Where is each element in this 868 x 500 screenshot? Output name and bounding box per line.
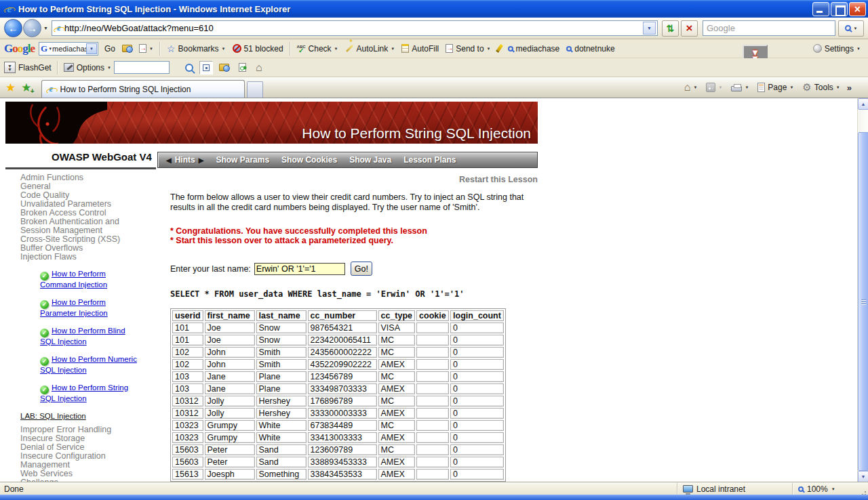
close-button[interactable]: × [849,2,866,16]
new-tab-button[interactable] [247,81,263,98]
capture-button[interactable] [199,61,213,75]
restart-lesson-link[interactable]: Restart this Lesson [170,175,538,184]
menu-item-show-params[interactable]: Show Params [216,155,269,165]
web-search-button[interactable] [182,62,197,74]
table-row: 10323GrumpyWhite33413003333AMEX0 [172,432,504,443]
sidebar-item-injection-flaws[interactable]: Injection Flaws [20,253,144,262]
tab-active[interactable]: e How to Perform String SQL Injection [41,80,245,98]
menu-item-lesson-plans[interactable]: Lesson Plans [403,155,456,165]
spellcheck-button[interactable]: ABC✓ Check ▼ [294,42,342,56]
lesson-link-how-to-perform-parameter-injection[interactable]: How to Perform Parameter Injection [40,298,108,317]
scroll-down-button[interactable]: ▼ [858,471,868,482]
overflow-chevron-icon[interactable]: » [846,83,853,93]
cell-cc-type: AMEX [378,432,416,443]
cell-first-name: John [205,347,255,358]
highlighter-button[interactable] [494,42,505,55]
caret-down-icon[interactable]: ▼ [107,66,111,70]
autofill-button[interactable]: AutoFill [398,42,442,56]
feeds-button[interactable]: ▼ [703,80,726,95]
search-go-button[interactable]: ▼ [838,20,864,37]
scrollbar-thumb[interactable] [858,132,868,471]
searchbox-dropdown-button[interactable]: ▼ [86,43,97,54]
popup-blocker-button[interactable]: 51 blocked [229,42,287,56]
cell-first-name: Joe [205,322,255,333]
lesson-link-how-to-perform-command-injection[interactable]: How to Perform Command Injection [40,270,107,289]
search-images-button[interactable]: ▼ [136,42,157,55]
hints-prev-icon[interactable]: ◀ [166,157,172,164]
menu-item-show-java[interactable]: Show Java [349,155,391,165]
scroll-up-button[interactable]: ▲ [858,98,868,110]
table-row: 15603PeterSand338893453333AMEX0 [172,457,504,467]
url-input[interactable] [64,23,643,33]
hints-control[interactable]: ◀ Hints ▶ [166,155,203,165]
lesson-item-how-to-perform-blind-sql-injection: ✓How to Perform Blind SQL Injection [30,327,140,346]
caret-down-icon: ▼ [836,85,840,89]
cell-cc-type: AMEX [378,383,416,394]
history-dropdown-icon[interactable]: ▼ [42,26,52,30]
cell-first-name: Grumpy [205,420,255,431]
sidebar-item-broken-authentication-and-session-management[interactable]: Broken Authentication and Session Manage… [20,217,144,235]
caret-down-icon: ▼ [856,47,861,51]
zoom-control[interactable]: 100% ▼ [792,483,857,495]
cell-cc-number: 176896789 [308,396,377,407]
cell-cc-number: 673834489 [308,420,377,431]
flashget-label[interactable]: FlashGet [18,63,52,72]
vertical-scrollbar[interactable]: ▲ ▼ [857,98,868,482]
lesson-link-how-to-perform-numeric-sql-injection[interactable]: How to Perform Numeric SQL Injection [40,355,137,374]
sidebar-item-insecure-configuration-management[interactable]: Insecure Configuration Management [20,452,144,470]
address-bar[interactable]: e ▼ [52,20,658,36]
options-label[interactable]: Options [77,63,104,72]
sidebar-item-lab-sql-injection[interactable]: LAB: SQL Injection [20,412,164,420]
stop-button[interactable]: × [681,20,698,37]
menu-item-hints[interactable]: Hints [175,155,195,165]
page-menu-button[interactable]: Page▼ [754,80,797,95]
cell-userid: 15603 [172,444,203,455]
flashget-home-button[interactable]: ⌂ [252,61,266,75]
autofill-notepad-icon [401,44,409,53]
lesson-link-how-to-perform-string-sql-injection[interactable]: How to Perform String SQL Injection [40,383,128,402]
cell-userid: 101 [172,322,203,333]
flashget-input[interactable] [114,61,170,74]
autolink-button[interactable]: AutoLink ▼ [342,42,399,56]
sql-query-text: SELECT * FROM user_data WHERE last_name … [170,289,538,299]
forward-button[interactable]: → [23,19,41,37]
cell-cookie [416,322,449,333]
download-page-button[interactable] [235,61,250,74]
search-site-button[interactable] [119,43,136,54]
go-submit-button[interactable]: Go! [351,262,372,276]
cell-cookie [416,371,449,382]
bookmarks-button[interactable]: ☆ Bookmarks ▼ [163,41,229,56]
caret-down-icon: ▼ [149,47,153,51]
google-search-input[interactable] [703,20,835,36]
minimize-button[interactable] [812,2,829,16]
google-searchbox[interactable]: G ▼ mediachase ▼ [39,42,98,56]
site-explorer-button[interactable] [216,62,233,73]
searchbox-value[interactable]: mediachase [52,45,86,53]
cell-last-name: White [256,420,307,431]
column-header-cookie: cookie [416,310,449,321]
cell-first-name: Joe [205,335,255,346]
table-row: 10323GrumpyWhite673834489MC0 [172,420,504,431]
dotnetnuke-button[interactable]: dotnetnuke [563,42,618,56]
completed-check-icon: ✓ [40,272,49,280]
menu-item-show-cookies[interactable]: Show Cookies [281,155,337,165]
settings-button[interactable]: Settings ▼ [810,42,864,56]
add-favorite-button[interactable]: ★ [21,81,31,95]
lesson-link-how-to-perform-blind-sql-injection[interactable]: How to Perform Blind SQL Injection [40,327,125,346]
home-button[interactable]: ⌂▼ [681,80,701,95]
tab-title: How to Perform String SQL Injection [60,85,191,94]
maximize-button[interactable] [831,2,848,16]
mediachase-button[interactable]: mediachase [505,42,564,56]
lastname-input[interactable] [254,263,345,275]
refresh-button[interactable]: ⇅ [662,20,679,37]
sendto-button[interactable]: Send to ▼ [442,42,494,56]
print-button[interactable]: ▼ [728,81,752,94]
address-dropdown-button[interactable]: ▼ [643,22,656,35]
back-button[interactable]: ← [4,19,22,37]
tools-menu-button[interactable]: ⚙Tools▼ [799,80,843,95]
hints-next-icon[interactable]: ▶ [199,157,204,164]
resize-grip[interactable] [857,483,868,495]
go-button[interactable]: Go [101,42,119,56]
favorites-center-button[interactable]: ★ [5,81,16,95]
lesson-item-how-to-perform-numeric-sql-injection: ✓How to Perform Numeric SQL Injection [30,355,140,375]
